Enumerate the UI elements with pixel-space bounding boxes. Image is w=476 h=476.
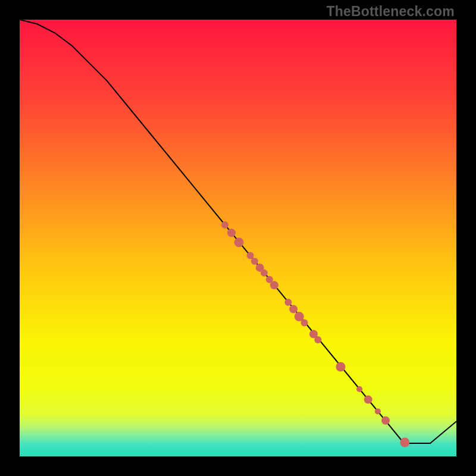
data-point xyxy=(247,252,254,259)
data-point xyxy=(336,362,346,372)
data-point xyxy=(364,396,372,404)
data-point xyxy=(270,281,278,289)
data-point xyxy=(289,305,298,314)
data-point xyxy=(314,336,321,343)
data-point xyxy=(356,386,362,392)
data-point xyxy=(234,237,244,247)
data-point xyxy=(221,221,228,228)
chart-overlay xyxy=(20,20,456,456)
outer-frame: TheBottleneck.com xyxy=(0,0,476,476)
data-point xyxy=(251,258,258,265)
watermark-text: TheBottleneck.com xyxy=(326,4,455,20)
data-point xyxy=(301,319,308,326)
data-point xyxy=(375,408,381,414)
data-point xyxy=(284,299,292,306)
data-point xyxy=(261,270,268,277)
data-point xyxy=(400,438,409,447)
data-point xyxy=(381,416,390,425)
data-point xyxy=(227,228,236,237)
bottleneck-curve xyxy=(20,20,456,443)
